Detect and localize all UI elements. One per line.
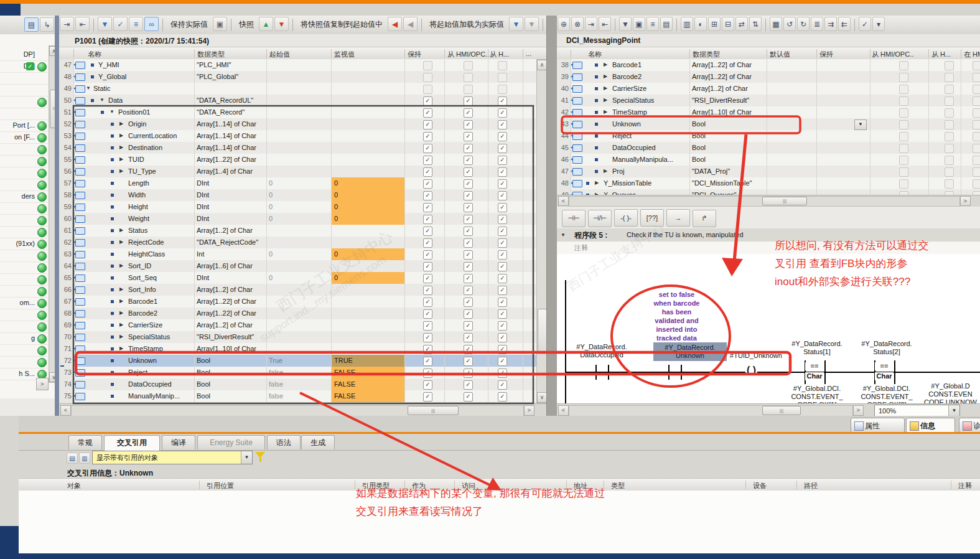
table-row[interactable]: 74DataOccupiedBoolfalseFALSE	[59, 378, 536, 391]
chevron-down-icon[interactable]: ▼	[86, 85, 91, 91]
checkbox[interactable]	[973, 156, 980, 165]
tree-row[interactable]	[0, 84, 49, 96]
checkbox[interactable]	[899, 167, 908, 177]
tree-row[interactable]	[0, 108, 49, 120]
table-row[interactable]: 67▶Barcode1Array[1..22] of Char	[59, 296, 536, 308]
toolbar-icon[interactable]: ⇉	[824, 17, 837, 31]
chevron-right-icon[interactable]: ▶	[119, 298, 123, 304]
tree-divider[interactable]	[55, 16, 59, 416]
snapshot-button[interactable]: 快照	[235, 16, 258, 32]
tree-row[interactable]	[0, 250, 49, 262]
checkbox[interactable]	[498, 144, 507, 153]
checkbox[interactable]	[899, 179, 908, 189]
tree-row[interactable]	[0, 261, 49, 274]
toolbar-icon[interactable]: ≣	[811, 17, 823, 31]
expand-tree-button[interactable]: >	[36, 378, 49, 390]
checkbox[interactable]	[423, 286, 432, 295]
keep-actual-icon[interactable]: ✓	[113, 17, 128, 31]
expand-references-icon[interactable]: ▤	[67, 453, 78, 464]
chevron-right-icon[interactable]: ▶	[119, 156, 123, 162]
checkbox[interactable]	[464, 357, 473, 366]
toolbar-icon[interactable]: ⊟	[722, 17, 734, 31]
load-start-icon[interactable]: ▼	[509, 17, 523, 31]
checkbox[interactable]	[899, 73, 908, 82]
tree-row[interactable]: on [F...	[0, 131, 49, 144]
checkbox[interactable]	[464, 274, 473, 283]
checkbox[interactable]	[464, 392, 473, 402]
table-row[interactable]: 75ManuallyManip...BoolfalseFALSE	[59, 390, 536, 403]
chevron-right-icon[interactable]: ▶	[119, 168, 123, 174]
tree-row[interactable]	[0, 202, 49, 215]
chevron-right-icon[interactable]: ▶	[604, 109, 607, 115]
tab-Energy Suite[interactable]: Energy Suite	[197, 435, 265, 449]
column-divider[interactable]	[523, 49, 523, 58]
checkbox[interactable]	[464, 380, 473, 390]
cmp2-operand-label[interactable]: #Y_DataRecord. Status[2]	[852, 340, 921, 356]
tree-row[interactable]	[0, 214, 49, 227]
checkbox[interactable]	[498, 191, 507, 200]
keep-actual-values-button[interactable]: 保持实际值	[166, 16, 212, 32]
toolbar-icon[interactable]: ▾	[872, 17, 885, 31]
chevron-right-icon[interactable]: ▶	[119, 133, 123, 138]
checkbox[interactable]	[498, 167, 507, 177]
table-row[interactable]: 68▶Barcode2Array[1..22] of Char	[59, 308, 536, 320]
checkbox[interactable]	[464, 262, 473, 271]
table-row[interactable]: 73RejectBoolfalseFALSE	[59, 367, 536, 379]
table-row[interactable]: 64▶Sort_IDArray[1..6] of Char	[59, 260, 536, 273]
checkbox[interactable]	[973, 144, 980, 153]
close-branch-icon[interactable]: ↱	[693, 210, 716, 227]
toolbar-icon[interactable]: ⇅	[749, 17, 762, 31]
checkbox[interactable]	[423, 108, 432, 118]
checkbox[interactable]	[464, 167, 473, 177]
checkbox[interactable]	[498, 369, 507, 378]
checkbox[interactable]	[945, 120, 954, 129]
table-row[interactable]: 56▶TU_TypeArray[1..4] of Char	[59, 166, 536, 178]
tree-row[interactable]	[0, 96, 49, 108]
toolbar-icon[interactable]: ⊕	[558, 17, 570, 31]
table-row[interactable]: 49▶X_Queues"DCI_Queues"	[557, 189, 980, 195]
tree-row[interactable]: ders	[0, 190, 49, 203]
column-divider[interactable]	[928, 49, 929, 58]
checkbox[interactable]	[464, 215, 473, 224]
collapse-references-icon[interactable]: ▥	[79, 453, 90, 464]
chevron-right-icon[interactable]: ▶	[119, 227, 123, 233]
checkbox[interactable]	[973, 132, 980, 141]
tab-交叉引用[interactable]: 交叉引用	[104, 435, 160, 451]
checkbox[interactable]	[973, 108, 980, 118]
toolbar-icon[interactable]: ▦	[770, 17, 782, 31]
network-title[interactable]: Check if the TU is known, manipulated	[627, 231, 744, 238]
tree-row[interactable]	[0, 72, 49, 85]
table-row[interactable]: 57LengthDInt00	[59, 177, 536, 190]
ladder-hscroll[interactable]: < ||| > 100%▼	[557, 403, 980, 416]
download-values-icon[interactable]: ▼	[98, 17, 112, 31]
column-divider[interactable]	[404, 49, 405, 58]
column-divider[interactable]	[689, 49, 690, 58]
tree-row[interactable]	[0, 179, 49, 191]
checkbox[interactable]	[498, 227, 507, 236]
table-row[interactable]: 45DataOccupiedBool	[557, 142, 980, 154]
table-row[interactable]: 70▶SpecialStatus"RSI_DivertResult"	[59, 331, 536, 344]
checkbox[interactable]	[464, 108, 473, 118]
checkbox[interactable]	[464, 179, 473, 189]
checkbox[interactable]	[945, 167, 954, 177]
tree-row[interactable]	[0, 309, 49, 321]
expand-all-icon[interactable]: ≡	[129, 17, 143, 31]
checkbox[interactable]	[423, 61, 432, 70]
details-view-icon[interactable]: ▤	[24, 17, 39, 32]
chevron-right-icon[interactable]: ▶	[119, 334, 123, 339]
coil-symbol[interactable]: ( )	[745, 365, 757, 376]
checkbox[interactable]	[945, 179, 954, 189]
retain-dropdown[interactable]: ▼	[854, 120, 867, 130]
checkbox[interactable]	[945, 96, 954, 106]
checkbox[interactable]	[464, 238, 473, 248]
cmp3-compare-value-partial[interactable]: #Y_Global.D CONST.EVEN CODE.UNKNOW	[921, 382, 980, 403]
checkbox[interactable]	[423, 73, 432, 82]
checkbox[interactable]	[498, 215, 507, 224]
table-row[interactable]: 48▶Y_MissionTable"DCI_MissionTable"	[557, 177, 980, 190]
checkbox[interactable]	[498, 156, 507, 165]
chevron-down-icon[interactable]: ▼	[241, 451, 252, 464]
table-row[interactable]: 49▼Static	[59, 83, 536, 95]
checkbox[interactable]	[973, 73, 980, 82]
table-row[interactable]: 58WidthDInt00	[59, 189, 536, 202]
checkbox[interactable]	[423, 274, 432, 283]
